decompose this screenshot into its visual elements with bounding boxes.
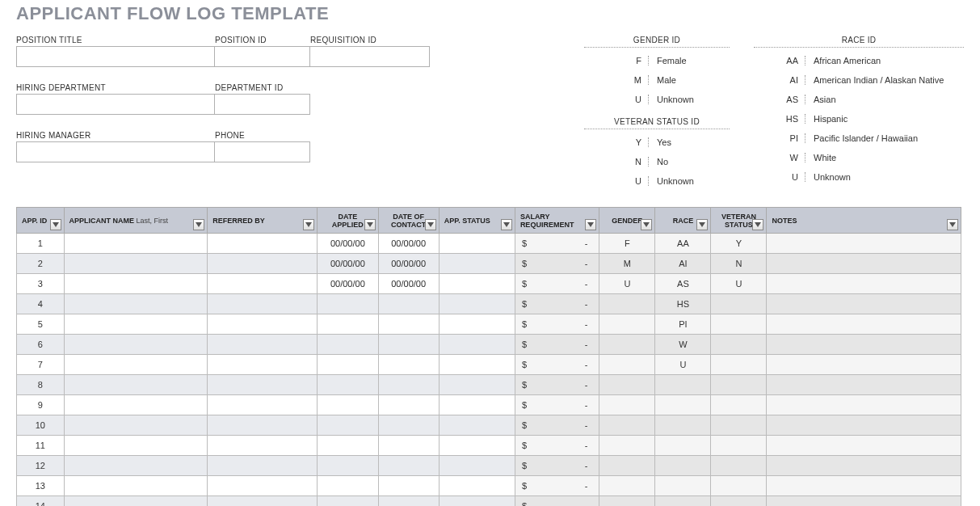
cell-notes[interactable] [767,355,961,375]
cell-notes[interactable] [767,294,961,314]
cell-date-applied[interactable] [318,456,378,476]
cell-gender[interactable] [599,335,655,355]
cell-app-id[interactable]: 12 [17,456,65,476]
cell-applicant-name[interactable] [64,456,208,476]
cell-app-status[interactable] [439,456,515,476]
cell-salary[interactable]: $- [515,476,599,496]
cell-gender[interactable] [599,395,655,415]
cell-gender[interactable] [599,496,655,507]
cell-referred-by[interactable] [208,254,318,274]
cell-veteran[interactable] [711,395,767,415]
cell-date-applied[interactable] [318,355,378,375]
cell-app-id[interactable]: 1 [17,234,65,254]
cell-date-contact[interactable]: 00/00/00 [378,254,439,274]
cell-applicant-name[interactable] [64,335,208,355]
cell-app-status[interactable] [439,274,515,294]
cell-gender[interactable]: F [599,234,655,254]
cell-app-id[interactable]: 13 [17,476,65,496]
cell-notes[interactable] [767,415,961,436]
cell-app-status[interactable] [439,314,515,335]
input-requisition-id[interactable] [310,46,430,67]
cell-referred-by[interactable] [208,456,318,476]
cell-race[interactable]: HS [655,294,711,314]
filter-dropdown-icon[interactable] [364,219,376,230]
cell-notes[interactable] [767,476,961,496]
cell-referred-by[interactable] [208,355,318,375]
cell-veteran[interactable] [711,335,767,355]
cell-referred-by[interactable] [208,375,318,395]
cell-referred-by[interactable] [208,415,318,436]
cell-salary[interactable]: $- [515,415,599,436]
cell-gender[interactable]: U [599,274,655,294]
cell-race[interactable]: U [655,355,711,375]
cell-date-applied[interactable] [318,294,378,314]
cell-app-status[interactable] [439,294,515,314]
cell-date-contact[interactable] [378,294,439,314]
cell-veteran[interactable] [711,314,767,335]
cell-race[interactable] [655,375,711,395]
cell-referred-by[interactable] [208,476,318,496]
cell-referred-by[interactable] [208,234,318,254]
filter-dropdown-icon[interactable] [752,219,763,230]
cell-gender[interactable] [599,456,655,476]
cell-app-id[interactable]: 3 [17,274,65,294]
cell-applicant-name[interactable] [64,254,208,274]
cell-notes[interactable] [767,254,961,274]
cell-veteran[interactable]: N [711,254,767,274]
cell-date-contact[interactable] [378,476,439,496]
cell-salary[interactable]: $- [515,254,599,274]
cell-date-applied[interactable] [318,395,378,415]
cell-date-contact[interactable] [378,415,439,436]
cell-app-status[interactable] [439,254,515,274]
cell-applicant-name[interactable] [64,234,208,254]
cell-applicant-name[interactable] [64,274,208,294]
cell-veteran[interactable] [711,355,767,375]
cell-date-applied[interactable] [318,314,378,335]
cell-app-status[interactable] [439,335,515,355]
cell-app-status[interactable] [439,496,515,507]
cell-date-contact[interactable] [378,456,439,476]
cell-salary[interactable]: $- [515,355,599,375]
filter-dropdown-icon[interactable] [947,219,958,230]
cell-date-contact[interactable] [378,375,439,395]
cell-app-status[interactable] [439,415,515,436]
cell-referred-by[interactable] [208,395,318,415]
cell-salary[interactable]: $- [515,436,599,456]
cell-date-contact[interactable] [378,395,439,415]
cell-veteran[interactable]: Y [711,234,767,254]
cell-date-contact[interactable]: 00/00/00 [378,234,439,254]
input-position-id[interactable] [215,46,310,67]
cell-date-contact[interactable] [378,355,439,375]
cell-app-id[interactable]: 11 [17,436,65,456]
cell-race[interactable] [655,496,711,507]
filter-dropdown-icon[interactable] [585,219,596,230]
input-position-title[interactable] [16,46,215,67]
cell-date-applied[interactable]: 00/00/00 [318,254,378,274]
cell-salary[interactable]: $- [515,496,599,507]
cell-salary[interactable]: $- [515,335,599,355]
cell-applicant-name[interactable] [64,496,208,507]
cell-date-contact[interactable] [378,314,439,335]
filter-dropdown-icon[interactable] [425,219,436,230]
cell-salary[interactable]: $- [515,395,599,415]
cell-gender[interactable] [599,294,655,314]
cell-race[interactable]: AI [655,254,711,274]
cell-race[interactable]: AA [655,234,711,254]
cell-referred-by[interactable] [208,274,318,294]
cell-salary[interactable]: $- [515,314,599,335]
cell-app-status[interactable] [439,436,515,456]
cell-app-status[interactable] [439,375,515,395]
cell-date-applied[interactable] [318,335,378,355]
filter-dropdown-icon[interactable] [641,219,652,230]
filter-dropdown-icon[interactable] [696,219,708,230]
cell-salary[interactable]: $- [515,274,599,294]
cell-date-contact[interactable] [378,335,439,355]
filter-dropdown-icon[interactable] [193,219,204,230]
cell-date-contact[interactable] [378,496,439,507]
cell-applicant-name[interactable] [64,294,208,314]
cell-applicant-name[interactable] [64,395,208,415]
cell-app-id[interactable]: 5 [17,314,65,335]
cell-date-applied[interactable] [318,476,378,496]
cell-veteran[interactable] [711,456,767,476]
cell-applicant-name[interactable] [64,415,208,436]
